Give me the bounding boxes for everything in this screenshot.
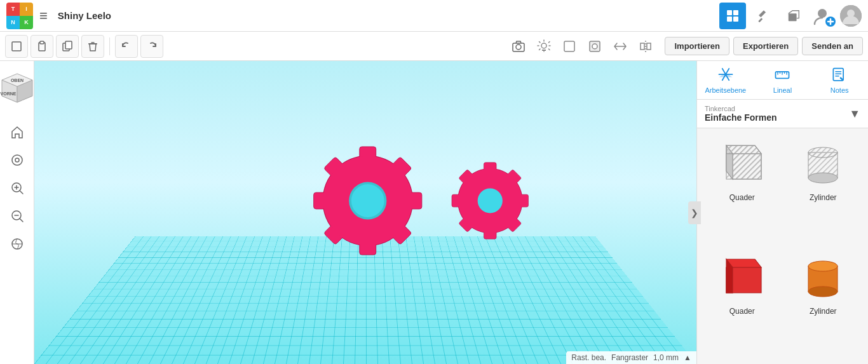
hole-button[interactable] bbox=[583, 35, 606, 58]
svg-point-56 bbox=[479, 190, 501, 212]
box-button[interactable] bbox=[780, 3, 807, 29]
shape-quader-red[interactable]: Quader bbox=[705, 250, 780, 357]
dropdown-arrow-icon[interactable]: ▼ bbox=[849, 107, 860, 121]
svg-point-71 bbox=[808, 147, 837, 158]
box-icon bbox=[787, 9, 801, 23]
view-cube[interactable]: OBEN VORNE bbox=[0, 67, 39, 111]
shape-button[interactable] bbox=[558, 35, 581, 58]
svg-rect-3 bbox=[733, 17, 738, 22]
camera-button[interactable] bbox=[507, 35, 530, 58]
svg-point-20 bbox=[592, 44, 597, 49]
svg-rect-14 bbox=[65, 41, 72, 49]
grid-icon bbox=[726, 9, 740, 23]
light-button[interactable] bbox=[532, 35, 555, 58]
logo-i: I bbox=[20, 3, 33, 16]
add-user-button[interactable] bbox=[811, 3, 836, 29]
workplane-icon bbox=[717, 66, 735, 84]
gears-container bbox=[309, 140, 534, 261]
svg-rect-2 bbox=[727, 17, 732, 22]
svg-point-27 bbox=[12, 155, 22, 165]
import-button[interactable]: Importieren bbox=[665, 37, 729, 55]
notes-label: Notes bbox=[831, 86, 849, 94]
grid-view-button[interactable] bbox=[719, 3, 746, 29]
status-bar: Rast. bea. Fangraster 1,0 mm ▲ bbox=[566, 351, 696, 364]
duplicate-icon bbox=[61, 40, 74, 53]
shape-zylinder-orange[interactable]: Zylinder bbox=[786, 250, 861, 357]
svg-point-78 bbox=[808, 261, 837, 271]
duplicate-button[interactable] bbox=[56, 35, 79, 58]
right-panel: ❯ Arbeitsebene Lineal bbox=[696, 61, 868, 364]
delete-button[interactable] bbox=[81, 35, 104, 58]
perspective-button[interactable] bbox=[6, 233, 29, 255]
new-button[interactable] bbox=[5, 35, 28, 58]
menu-icon[interactable]: ≡ bbox=[39, 8, 48, 24]
zylinder-orange-preview bbox=[794, 250, 851, 303]
align-icon bbox=[613, 39, 627, 53]
toolbar: Importieren Exportieren Senden an bbox=[0, 32, 868, 61]
svg-point-70 bbox=[808, 173, 837, 183]
svg-point-17 bbox=[541, 43, 546, 48]
clipboard-icon bbox=[36, 40, 48, 53]
clipboard-button[interactable] bbox=[31, 35, 53, 58]
redo-button[interactable] bbox=[140, 35, 163, 58]
shape-quader-striped[interactable]: Quader bbox=[705, 136, 780, 243]
toolbar-sep-1 bbox=[109, 37, 110, 55]
shape-quader-red-label: Quader bbox=[729, 307, 755, 316]
shape-icon bbox=[562, 39, 576, 53]
svg-point-16 bbox=[516, 44, 521, 50]
fangraster-label: Fangraster bbox=[611, 353, 648, 362]
shapes-grid: Quader bbox=[697, 128, 868, 364]
send-button[interactable]: Senden an bbox=[802, 37, 863, 55]
topbar-right bbox=[719, 3, 862, 29]
avatar[interactable] bbox=[840, 5, 862, 27]
zoom-out-button[interactable] bbox=[6, 205, 29, 227]
logo-t: T bbox=[6, 3, 20, 16]
view-cube-svg: OBEN VORNE bbox=[0, 67, 39, 111]
svg-rect-0 bbox=[727, 10, 732, 15]
ruler-label: Lineal bbox=[773, 86, 792, 94]
svg-rect-18 bbox=[564, 41, 574, 51]
svg-point-44 bbox=[351, 184, 384, 217]
export-button[interactable]: Exportieren bbox=[733, 37, 798, 55]
collapse-arrow[interactable]: ❯ bbox=[688, 201, 701, 224]
zoom-in-button[interactable] bbox=[6, 177, 29, 199]
delete-icon bbox=[86, 40, 99, 53]
svg-point-28 bbox=[15, 158, 19, 162]
panel-tools: Arbeitsebene Lineal Notes bbox=[697, 61, 868, 100]
home-button[interactable] bbox=[6, 121, 29, 144]
topbar: T I N K ≡ Shiny Leelo bbox=[0, 0, 868, 32]
shape-zylinder-striped[interactable]: Zylinder bbox=[786, 136, 861, 243]
snap-label: Rast. bea. bbox=[571, 353, 606, 362]
zoom-in-icon bbox=[10, 181, 24, 195]
fit-view-button[interactable] bbox=[6, 149, 29, 172]
redo-icon bbox=[146, 40, 158, 53]
panel-dropdown-info: Tinkercad Einfache Formen bbox=[705, 105, 777, 123]
align-button[interactable] bbox=[609, 35, 632, 58]
avatar-icon bbox=[840, 5, 862, 27]
notes-tool[interactable]: Notes bbox=[817, 66, 862, 94]
workplane-tool[interactable]: Arbeitsebene bbox=[703, 66, 748, 94]
undo-icon bbox=[120, 40, 133, 53]
main-area: OBEN VORNE bbox=[0, 61, 868, 364]
shape-zylinder-striped-label: Zylinder bbox=[810, 193, 837, 202]
home-icon bbox=[10, 125, 24, 139]
ruler-tool[interactable]: Lineal bbox=[760, 66, 804, 94]
ruler-icon bbox=[773, 66, 791, 84]
gear-small bbox=[445, 156, 534, 245]
camera-icon bbox=[512, 39, 526, 53]
logo-n: N bbox=[6, 16, 20, 29]
mirror-icon bbox=[639, 39, 653, 53]
quader-striped-preview bbox=[714, 136, 771, 189]
add-user-icon bbox=[811, 4, 836, 28]
undo-button[interactable] bbox=[115, 35, 138, 58]
logo: T I N K bbox=[6, 3, 33, 29]
shape-quader-striped-label: Quader bbox=[729, 193, 755, 202]
fit-icon bbox=[10, 153, 24, 167]
left-toolbar: OBEN VORNE bbox=[0, 61, 34, 364]
grid-value: 1,0 mm bbox=[653, 353, 679, 362]
panel-dropdown[interactable]: Tinkercad Einfache Formen ▼ bbox=[697, 100, 868, 128]
grid-arrow[interactable]: ▲ bbox=[684, 353, 691, 362]
viewport[interactable]: Rast. bea. Fangraster 1,0 mm ▲ bbox=[34, 61, 696, 364]
mirror-button[interactable] bbox=[634, 35, 657, 58]
hammer-button[interactable] bbox=[750, 3, 776, 29]
